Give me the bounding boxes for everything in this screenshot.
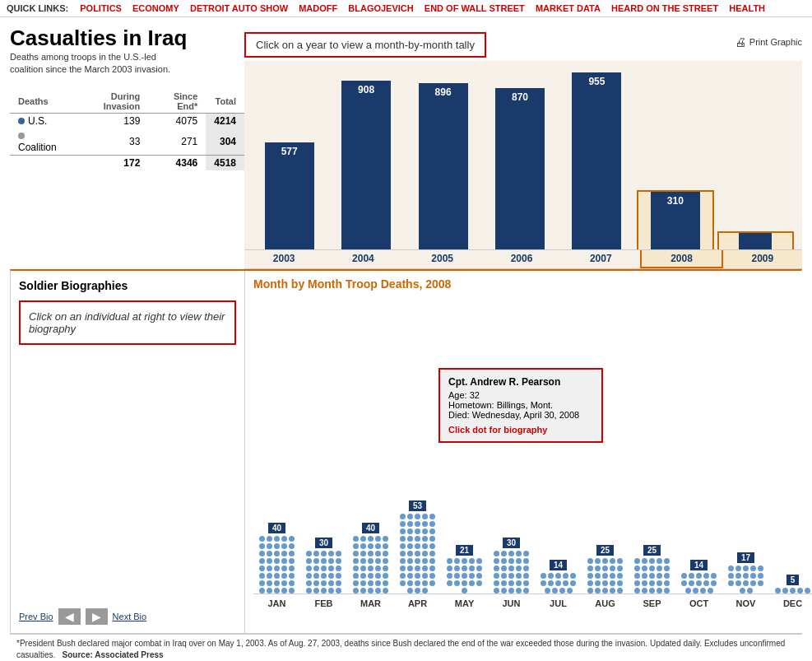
dot[interactable]: [570, 573, 576, 579]
dot[interactable]: [429, 580, 435, 586]
dot[interactable]: [360, 536, 366, 542]
dot[interactable]: [664, 588, 670, 594]
dot[interactable]: [700, 588, 706, 594]
dot[interactable]: [617, 580, 623, 586]
bar-2006[interactable]: 870: [483, 88, 556, 249]
dot[interactable]: [567, 588, 573, 594]
dot[interactable]: [462, 588, 467, 594]
dot[interactable]: [649, 588, 655, 594]
dot[interactable]: [336, 588, 341, 594]
dot[interactable]: [415, 536, 420, 542]
prev-bio-button[interactable]: ◀: [58, 608, 81, 625]
dot[interactable]: [750, 566, 756, 571]
dot[interactable]: [508, 573, 514, 579]
dot[interactable]: [703, 573, 709, 579]
dot[interactable]: [743, 566, 749, 571]
dot[interactable]: [454, 580, 460, 586]
dot[interactable]: [469, 573, 475, 579]
quicklinks-heard[interactable]: HEARD ON THE STREET: [611, 3, 718, 13]
prev-bio-link[interactable]: Prev Bio: [19, 612, 53, 621]
dot[interactable]: [595, 573, 601, 579]
dot[interactable]: [685, 588, 691, 594]
dot[interactable]: [664, 580, 670, 586]
dot[interactable]: [429, 558, 435, 564]
dot[interactable]: [508, 588, 514, 594]
dot[interactable]: [267, 543, 272, 549]
dot[interactable]: [523, 551, 529, 556]
dot[interactable]: [407, 588, 413, 594]
dot[interactable]: [407, 514, 413, 519]
dot[interactable]: [642, 566, 647, 571]
dot[interactable]: [617, 588, 623, 594]
dot[interactable]: [681, 573, 687, 579]
dot[interactable]: [422, 543, 428, 549]
dot[interactable]: [422, 521, 428, 527]
dot[interactable]: [447, 573, 452, 579]
dot[interactable]: [383, 573, 388, 579]
dot[interactable]: [548, 573, 554, 579]
dot[interactable]: [407, 566, 413, 571]
dot[interactable]: [429, 528, 435, 534]
dot[interactable]: [328, 580, 334, 586]
dot[interactable]: [642, 558, 647, 564]
dot[interactable]: [400, 551, 406, 556]
dot[interactable]: [407, 521, 413, 527]
dot[interactable]: [375, 536, 381, 542]
dot[interactable]: [508, 551, 514, 556]
dot[interactable]: [523, 588, 529, 594]
dot[interactable]: [602, 558, 608, 564]
bar-2009[interactable]: [717, 231, 794, 249]
dot[interactable]: [523, 580, 529, 586]
dot[interactable]: [375, 580, 381, 586]
dot[interactable]: [447, 558, 452, 564]
dot[interactable]: [375, 566, 381, 571]
dot[interactable]: [400, 543, 406, 549]
dot[interactable]: [375, 551, 381, 556]
dot[interactable]: [447, 580, 452, 586]
year-label-2009[interactable]: 2009: [723, 250, 802, 268]
dot[interactable]: [415, 566, 420, 571]
dot[interactable]: [368, 551, 374, 556]
dot[interactable]: [740, 588, 745, 594]
dot[interactable]: [516, 558, 522, 564]
dot[interactable]: [368, 566, 374, 571]
dot[interactable]: [336, 580, 341, 586]
dot[interactable]: [321, 566, 327, 571]
dot[interactable]: [267, 558, 272, 564]
dot[interactable]: [494, 566, 499, 571]
dot[interactable]: [259, 558, 265, 564]
dot[interactable]: [407, 528, 413, 534]
dot[interactable]: [274, 588, 280, 594]
dot[interactable]: [383, 580, 388, 586]
dot[interactable]: [281, 573, 287, 579]
dot[interactable]: [360, 580, 366, 586]
dot[interactable]: [634, 566, 640, 571]
dot[interactable]: [400, 580, 406, 586]
dot[interactable]: [313, 588, 319, 594]
dot[interactable]: [758, 580, 763, 586]
dot[interactable]: [368, 536, 374, 542]
dot[interactable]: [400, 573, 406, 579]
dot[interactable]: [555, 573, 561, 579]
dot[interactable]: [400, 566, 406, 571]
dot[interactable]: [523, 573, 529, 579]
dot[interactable]: [610, 558, 615, 564]
bar-2007[interactable]: 955: [560, 72, 633, 249]
dot[interactable]: [267, 536, 272, 542]
dot[interactable]: [476, 580, 482, 586]
dot[interactable]: [407, 536, 413, 542]
dot[interactable]: [642, 588, 647, 594]
dot[interactable]: [306, 558, 312, 564]
dot[interactable]: [313, 573, 319, 579]
dot[interactable]: [375, 573, 381, 579]
dot[interactable]: [360, 573, 366, 579]
dot[interactable]: [689, 573, 694, 579]
dot[interactable]: [360, 551, 366, 556]
dot[interactable]: [336, 551, 341, 556]
dot[interactable]: [693, 588, 698, 594]
dot[interactable]: [353, 588, 359, 594]
dot[interactable]: [289, 566, 295, 571]
dot[interactable]: [313, 551, 319, 556]
dot[interactable]: [775, 588, 781, 594]
dot[interactable]: [469, 566, 475, 571]
